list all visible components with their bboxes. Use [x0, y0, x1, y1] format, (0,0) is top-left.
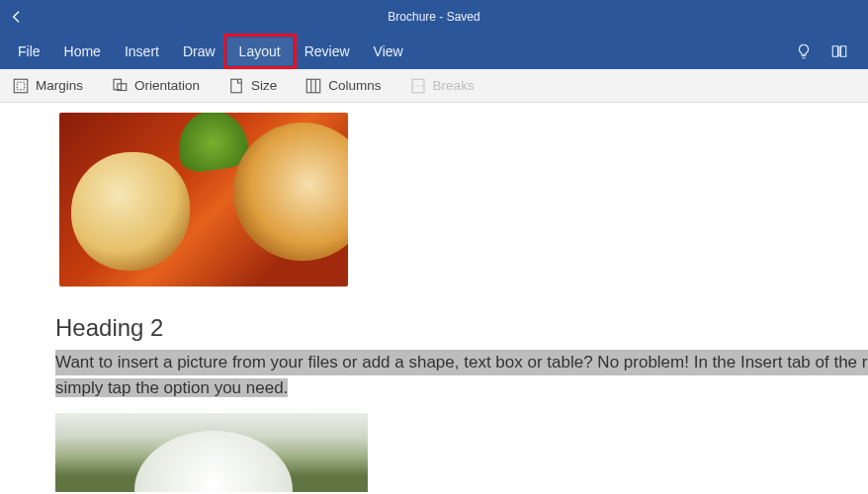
titlebar: Brochure - Saved File Home Insert Draw L… [0, 0, 868, 69]
heading-2[interactable]: Heading 2 [55, 314, 868, 342]
tab-insert[interactable]: Insert [113, 38, 171, 65]
svg-rect-5 [307, 79, 321, 93]
document-title: Brochure - Saved [388, 10, 479, 24]
tab-file[interactable]: File [6, 38, 52, 65]
breaks-icon [409, 77, 427, 95]
tab-view[interactable]: View [362, 38, 415, 65]
tab-review[interactable]: Review [293, 38, 362, 65]
selected-text-line1[interactable]: Want to insert a picture from your files… [55, 350, 868, 375]
margins-icon [12, 77, 30, 95]
orientation-button[interactable]: Orientation [105, 73, 206, 99]
breaks-label: Breaks [433, 78, 475, 93]
breaks-button: Breaks [403, 73, 480, 99]
ribbon-layout: Margins Orientation Size Columns Breaks [0, 69, 868, 103]
svg-rect-4 [231, 79, 242, 93]
body-paragraph[interactable]: Want to insert a picture from your files… [55, 350, 868, 401]
margins-label: Margins [36, 78, 83, 93]
selected-text-line2[interactable]: simply tap the option you need. [55, 378, 288, 397]
tabbar: File Home Insert Draw Layout Review View [0, 34, 868, 69]
tab-layout[interactable]: Layout [227, 38, 293, 65]
tab-home[interactable]: Home [52, 38, 113, 65]
tab-draw[interactable]: Draw [171, 38, 227, 65]
orientation-icon [111, 77, 129, 95]
size-icon [227, 77, 245, 95]
document-area[interactable]: Heading 2 Want to insert a picture from … [0, 103, 868, 492]
read-mode-icon[interactable] [830, 42, 848, 60]
columns-label: Columns [328, 78, 381, 93]
columns-icon [304, 77, 322, 95]
svg-rect-1 [17, 82, 25, 90]
columns-button[interactable]: Columns [299, 73, 387, 99]
titlebar-right [795, 42, 862, 60]
size-button[interactable]: Size [221, 73, 283, 99]
margins-button[interactable]: Margins [6, 73, 89, 99]
back-button[interactable] [0, 0, 34, 34]
orientation-label: Orientation [134, 78, 200, 93]
titlebar-top: Brochure - Saved [0, 0, 868, 34]
lightbulb-icon[interactable] [795, 42, 813, 60]
document-image-1[interactable] [59, 113, 348, 287]
document-image-2[interactable] [55, 413, 368, 492]
svg-rect-0 [14, 79, 28, 93]
size-label: Size [251, 78, 277, 93]
